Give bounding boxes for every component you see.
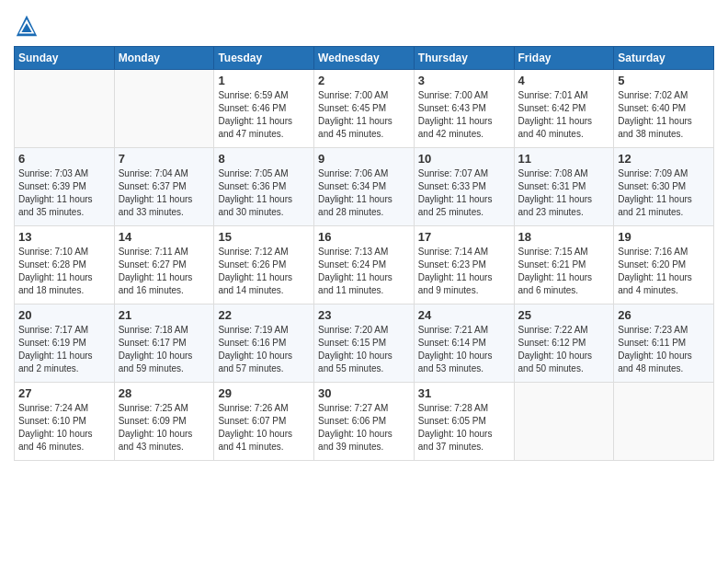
day-number: 3 bbox=[418, 74, 510, 87]
day-info: Sunrise: 7:14 AM Sunset: 6:23 PM Dayligh… bbox=[418, 246, 510, 297]
calendar-cell: 20Sunrise: 7:17 AM Sunset: 6:19 PM Dayli… bbox=[15, 304, 115, 383]
weekday-header-monday: Monday bbox=[114, 47, 214, 70]
day-number: 22 bbox=[218, 308, 310, 322]
day-info: Sunrise: 7:18 AM Sunset: 6:17 PM Dayligh… bbox=[119, 324, 210, 375]
day-number: 30 bbox=[318, 386, 410, 400]
day-number: 9 bbox=[318, 152, 410, 166]
day-info: Sunrise: 7:10 AM Sunset: 6:28 PM Dayligh… bbox=[18, 246, 110, 297]
calendar-cell: 13Sunrise: 7:10 AM Sunset: 6:28 PM Dayli… bbox=[15, 226, 115, 304]
day-info: Sunrise: 7:21 AM Sunset: 6:14 PM Dayligh… bbox=[418, 324, 510, 375]
day-info: Sunrise: 7:26 AM Sunset: 6:07 PM Dayligh… bbox=[218, 402, 310, 454]
calendar-header: SundayMondayTuesdayWednesdayThursdayFrid… bbox=[15, 47, 714, 70]
page-header bbox=[14, 9, 714, 39]
weekday-header-friday: Friday bbox=[514, 47, 614, 70]
day-number: 18 bbox=[518, 230, 610, 244]
day-info: Sunrise: 7:20 AM Sunset: 6:15 PM Dayligh… bbox=[318, 324, 410, 375]
day-number: 19 bbox=[618, 230, 710, 244]
calendar-cell: 10Sunrise: 7:07 AM Sunset: 6:33 PM Dayli… bbox=[414, 148, 514, 226]
calendar-cell: 4Sunrise: 7:01 AM Sunset: 6:42 PM Daylig… bbox=[514, 70, 614, 148]
weekday-header-wednesday: Wednesday bbox=[314, 47, 415, 70]
day-number: 12 bbox=[618, 152, 710, 166]
calendar-cell: 25Sunrise: 7:22 AM Sunset: 6:12 PM Dayli… bbox=[514, 304, 614, 383]
calendar-cell: 26Sunrise: 7:23 AM Sunset: 6:11 PM Dayli… bbox=[614, 304, 714, 383]
day-info: Sunrise: 7:24 AM Sunset: 6:10 PM Dayligh… bbox=[18, 402, 110, 454]
calendar-cell: 3Sunrise: 7:00 AM Sunset: 6:43 PM Daylig… bbox=[414, 70, 514, 148]
calendar-cell: 2Sunrise: 7:00 AM Sunset: 6:45 PM Daylig… bbox=[314, 70, 415, 148]
calendar-cell: 16Sunrise: 7:13 AM Sunset: 6:24 PM Dayli… bbox=[314, 226, 415, 304]
calendar-cell: 23Sunrise: 7:20 AM Sunset: 6:15 PM Dayli… bbox=[314, 304, 415, 383]
calendar-cell bbox=[15, 70, 115, 148]
day-number: 29 bbox=[218, 386, 310, 400]
day-info: Sunrise: 7:16 AM Sunset: 6:20 PM Dayligh… bbox=[618, 246, 710, 297]
calendar-cell: 7Sunrise: 7:04 AM Sunset: 6:37 PM Daylig… bbox=[114, 148, 214, 226]
day-info: Sunrise: 7:09 AM Sunset: 6:30 PM Dayligh… bbox=[618, 167, 710, 219]
day-number: 21 bbox=[119, 308, 210, 322]
logo bbox=[14, 13, 43, 39]
day-info: Sunrise: 7:17 AM Sunset: 6:19 PM Dayligh… bbox=[18, 324, 110, 375]
calendar-table: SundayMondayTuesdayWednesdayThursdayFrid… bbox=[14, 46, 714, 461]
day-info: Sunrise: 7:11 AM Sunset: 6:27 PM Dayligh… bbox=[119, 246, 210, 297]
weekday-row: SundayMondayTuesdayWednesdayThursdayFrid… bbox=[15, 47, 714, 70]
day-info: Sunrise: 7:05 AM Sunset: 6:36 PM Dayligh… bbox=[218, 167, 310, 219]
day-number: 26 bbox=[618, 308, 710, 322]
calendar-cell: 22Sunrise: 7:19 AM Sunset: 6:16 PM Dayli… bbox=[214, 304, 314, 383]
day-number: 6 bbox=[18, 152, 110, 166]
week-row-3: 13Sunrise: 7:10 AM Sunset: 6:28 PM Dayli… bbox=[15, 226, 714, 304]
calendar-cell: 29Sunrise: 7:26 AM Sunset: 6:07 PM Dayli… bbox=[214, 383, 314, 461]
calendar-cell: 1Sunrise: 6:59 AM Sunset: 6:46 PM Daylig… bbox=[214, 70, 314, 148]
calendar-cell: 8Sunrise: 7:05 AM Sunset: 6:36 PM Daylig… bbox=[214, 148, 314, 226]
day-number: 24 bbox=[418, 308, 510, 322]
day-number: 4 bbox=[518, 74, 610, 87]
day-number: 25 bbox=[518, 308, 610, 322]
weekday-header-saturday: Saturday bbox=[614, 47, 714, 70]
calendar-cell: 18Sunrise: 7:15 AM Sunset: 6:21 PM Dayli… bbox=[514, 226, 614, 304]
day-info: Sunrise: 7:01 AM Sunset: 6:42 PM Dayligh… bbox=[518, 89, 610, 141]
day-number: 17 bbox=[418, 230, 510, 244]
day-info: Sunrise: 7:04 AM Sunset: 6:37 PM Dayligh… bbox=[119, 167, 210, 219]
day-number: 15 bbox=[218, 230, 310, 244]
day-number: 13 bbox=[18, 230, 110, 244]
day-number: 28 bbox=[119, 386, 210, 400]
day-info: Sunrise: 7:25 AM Sunset: 6:09 PM Dayligh… bbox=[119, 402, 210, 454]
day-info: Sunrise: 7:07 AM Sunset: 6:33 PM Dayligh… bbox=[418, 167, 510, 219]
calendar-cell: 15Sunrise: 7:12 AM Sunset: 6:26 PM Dayli… bbox=[214, 226, 314, 304]
day-number: 2 bbox=[318, 74, 410, 87]
day-info: Sunrise: 7:23 AM Sunset: 6:11 PM Dayligh… bbox=[618, 324, 710, 375]
calendar-cell: 12Sunrise: 7:09 AM Sunset: 6:30 PM Dayli… bbox=[614, 148, 714, 226]
day-info: Sunrise: 7:06 AM Sunset: 6:34 PM Dayligh… bbox=[318, 167, 410, 219]
weekday-header-thursday: Thursday bbox=[414, 47, 514, 70]
week-row-4: 20Sunrise: 7:17 AM Sunset: 6:19 PM Dayli… bbox=[15, 304, 714, 383]
day-info: Sunrise: 7:28 AM Sunset: 6:05 PM Dayligh… bbox=[418, 402, 510, 454]
day-info: Sunrise: 7:03 AM Sunset: 6:39 PM Dayligh… bbox=[18, 167, 110, 219]
calendar-cell: 28Sunrise: 7:25 AM Sunset: 6:09 PM Dayli… bbox=[114, 383, 214, 461]
calendar-cell: 27Sunrise: 7:24 AM Sunset: 6:10 PM Dayli… bbox=[15, 383, 115, 461]
day-number: 1 bbox=[218, 74, 310, 87]
day-info: Sunrise: 7:00 AM Sunset: 6:45 PM Dayligh… bbox=[318, 89, 410, 141]
calendar-cell bbox=[614, 383, 714, 461]
day-info: Sunrise: 7:02 AM Sunset: 6:40 PM Dayligh… bbox=[618, 89, 710, 141]
logo-icon bbox=[14, 13, 40, 39]
calendar-cell: 21Sunrise: 7:18 AM Sunset: 6:17 PM Dayli… bbox=[114, 304, 214, 383]
calendar-cell: 17Sunrise: 7:14 AM Sunset: 6:23 PM Dayli… bbox=[414, 226, 514, 304]
day-number: 8 bbox=[218, 152, 310, 166]
week-row-2: 6Sunrise: 7:03 AM Sunset: 6:39 PM Daylig… bbox=[15, 148, 714, 226]
calendar-cell bbox=[114, 70, 214, 148]
day-info: Sunrise: 7:12 AM Sunset: 6:26 PM Dayligh… bbox=[218, 246, 310, 297]
calendar-cell: 11Sunrise: 7:08 AM Sunset: 6:31 PM Dayli… bbox=[514, 148, 614, 226]
day-number: 14 bbox=[119, 230, 210, 244]
calendar-cell: 14Sunrise: 7:11 AM Sunset: 6:27 PM Dayli… bbox=[114, 226, 214, 304]
week-row-5: 27Sunrise: 7:24 AM Sunset: 6:10 PM Dayli… bbox=[15, 383, 714, 461]
day-number: 27 bbox=[18, 386, 110, 400]
day-info: Sunrise: 7:27 AM Sunset: 6:06 PM Dayligh… bbox=[318, 402, 410, 454]
day-info: Sunrise: 7:00 AM Sunset: 6:43 PM Dayligh… bbox=[418, 89, 510, 141]
calendar-cell: 30Sunrise: 7:27 AM Sunset: 6:06 PM Dayli… bbox=[314, 383, 415, 461]
day-info: Sunrise: 7:08 AM Sunset: 6:31 PM Dayligh… bbox=[518, 167, 610, 219]
calendar-cell: 19Sunrise: 7:16 AM Sunset: 6:20 PM Dayli… bbox=[614, 226, 714, 304]
calendar-cell bbox=[514, 383, 614, 461]
day-number: 7 bbox=[119, 152, 210, 166]
day-number: 23 bbox=[318, 308, 410, 322]
weekday-header-sunday: Sunday bbox=[15, 47, 115, 70]
day-number: 11 bbox=[518, 152, 610, 166]
calendar-cell: 5Sunrise: 7:02 AM Sunset: 6:40 PM Daylig… bbox=[614, 70, 714, 148]
calendar-body: 1Sunrise: 6:59 AM Sunset: 6:46 PM Daylig… bbox=[15, 70, 714, 461]
